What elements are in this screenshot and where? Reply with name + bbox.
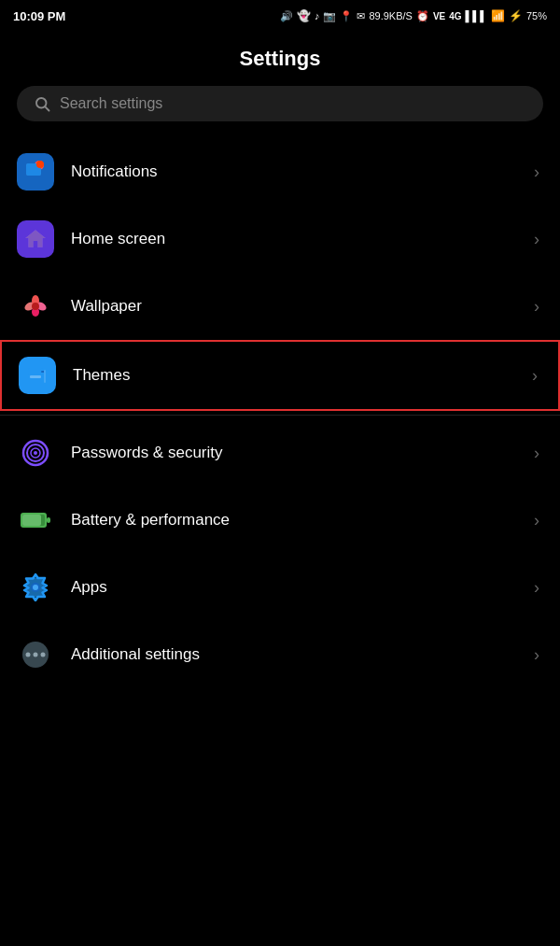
apps-label: Apps [71, 578, 534, 597]
svg-rect-27 [47, 517, 50, 523]
battery-percent: 75% [526, 10, 547, 21]
svg-point-33 [34, 653, 38, 657]
settings-item-homescreen[interactable]: Home screen › [0, 205, 560, 273]
svg-point-34 [41, 653, 46, 657]
settings-item-themes[interactable]: Themes › [0, 340, 560, 411]
battery-chevron: › [534, 511, 539, 530]
settings-item-additional[interactable]: Additional settings › [0, 621, 560, 688]
settings-item-notifications[interactable]: Notifications › [0, 138, 560, 205]
search-bar[interactable]: Search settings [17, 86, 543, 121]
search-bar-container: Search settings [0, 86, 560, 138]
svg-point-23 [34, 451, 37, 455]
settings-item-battery[interactable]: Battery & performance › [0, 487, 560, 554]
divider-1 [0, 415, 560, 416]
passwords-chevron: › [534, 444, 539, 463]
svg-rect-26 [22, 515, 41, 526]
search-icon [34, 95, 50, 112]
additional-icon [17, 636, 54, 673]
volume-icon: 🔊 [280, 10, 293, 22]
battery-icon [17, 501, 54, 539]
settings-item-passwords[interactable]: Passwords & security › [0, 419, 560, 487]
snapchat-icon: 👻 [297, 9, 311, 22]
notifications-label: Notifications [71, 162, 534, 181]
home-icon [17, 220, 54, 258]
page-header: Settings [0, 30, 560, 86]
search-placeholder-text: Search settings [60, 95, 162, 112]
svg-rect-19 [30, 375, 41, 378]
signal-icon: ▌▌▌ [466, 10, 487, 21]
passwords-label: Passwords & security [71, 444, 534, 462]
network-speed: 89.9KB/S [369, 10, 412, 21]
svg-rect-18 [44, 370, 46, 383]
svg-rect-16 [28, 368, 43, 375]
battery-label: Battery & performance [71, 511, 534, 529]
passwords-icon [17, 434, 54, 472]
network-4g-icon: 4G [449, 11, 461, 21]
instagram-icon: 📷 [323, 10, 336, 22]
battery-status-icon: ⚡ [509, 9, 523, 22]
tiktok-icon: ♪ [315, 10, 320, 21]
svg-point-30 [33, 585, 38, 590]
homescreen-chevron: › [534, 230, 539, 249]
status-icons: 🔊 👻 ♪ 📷 📍 ✉ 89.9KB/S ⏰ VE 4G ▌▌▌ 📶 ⚡ 75% [280, 9, 547, 22]
themes-label: Themes [73, 366, 532, 385]
message-icon: ✉ [357, 10, 365, 22]
svg-point-7 [36, 161, 44, 168]
svg-line-1 [45, 106, 49, 110]
notifications-icon [17, 153, 54, 191]
wifi-icon: 📶 [491, 9, 505, 22]
themes-icon [19, 357, 56, 394]
status-bar: 10:09 PM 🔊 👻 ♪ 📷 📍 ✉ 89.9KB/S ⏰ VE 4G ▌▌… [0, 0, 560, 30]
wallpaper-icon [17, 288, 54, 325]
status-time: 10:09 PM [13, 9, 65, 23]
settings-list: Notifications › Home screen › [0, 138, 560, 688]
notifications-chevron: › [534, 162, 539, 182]
svg-rect-10 [34, 241, 37, 247]
location-icon: 📍 [340, 10, 353, 22]
apps-icon [17, 569, 54, 606]
additional-chevron: › [534, 645, 539, 665]
settings-item-apps[interactable]: Apps › [0, 554, 560, 621]
alarm-icon: ⏰ [416, 10, 429, 22]
svg-point-15 [32, 303, 39, 310]
apps-chevron: › [534, 578, 539, 598]
additional-label: Additional settings [71, 645, 534, 664]
wallpaper-label: Wallpaper [71, 297, 534, 316]
volte-icon: VE [433, 11, 445, 21]
svg-point-32 [26, 653, 31, 657]
homescreen-label: Home screen [71, 230, 534, 248]
settings-item-wallpaper[interactable]: Wallpaper › [0, 273, 560, 340]
themes-chevron: › [532, 366, 538, 386]
page-title: Settings [0, 47, 560, 71]
wallpaper-chevron: › [534, 297, 539, 317]
